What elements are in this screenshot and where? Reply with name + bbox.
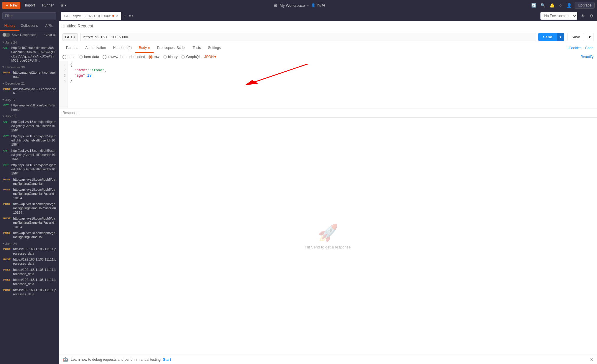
code-link[interactable]: Code — [585, 46, 593, 50]
body-type-urlencoded[interactable]: x-www-form-urlencoded — [103, 55, 145, 59]
tab-pre-request[interactable]: Pre-request Script — [154, 43, 189, 53]
request-nav-tabs: Params Authorization Headers (9) Body ● … — [59, 43, 597, 53]
list-item[interactable]: POST http://api.vvz18.com/jbph5/game/lig… — [0, 177, 59, 187]
heart-icon-btn[interactable]: ♡ — [557, 2, 564, 9]
tab-body[interactable]: Body ● — [135, 43, 154, 53]
method-badge: POST — [2, 258, 11, 261]
json-dropdown-button[interactable]: JSON ▾ — [204, 55, 216, 59]
save-dropdown-button[interactable]: ▾ — [586, 33, 593, 41]
beautify-button[interactable]: Beautify — [581, 55, 593, 59]
code-content[interactable]: { "name":"stone", "age":29 } — [68, 61, 597, 108]
tab-apis[interactable]: APIs — [39, 21, 59, 31]
item-url: https://www.jav321.com/search — [13, 87, 56, 95]
tab-method: GET — [64, 14, 71, 18]
list-item[interactable]: POST https://192.168.1.105:11111/process… — [0, 277, 59, 287]
item-url: https://api.vvz18.com/vvzhS/#/home — [11, 103, 56, 112]
list-item[interactable]: GET http://api.vvz18.com/jbph5/game/ligh… — [0, 133, 59, 148]
new-button[interactable]: ＋ New — [2, 2, 20, 9]
method-badge: POST — [2, 178, 11, 181]
upgrade-button[interactable]: Upgrade — [575, 2, 595, 9]
item-url: http://api.vvz18.com/jbph5/game/lighting… — [13, 231, 56, 239]
more-tabs-button[interactable]: ••• — [129, 14, 133, 18]
sidebar-search-area — [0, 11, 59, 21]
list-item[interactable]: POST https://192.168.1.105:11111/process… — [0, 256, 59, 267]
method-badge: POST — [2, 231, 11, 235]
send-dropdown-button[interactable]: ▾ — [557, 33, 564, 41]
item-url: https://192.168.1.105:11111/processes_da… — [13, 268, 56, 276]
list-item[interactable]: POST http://api.vvz18.com/jbph5/game/lig… — [0, 201, 59, 215]
clear-all-button[interactable]: Clear all — [45, 33, 56, 37]
workspace-label: My Workspace — [279, 3, 305, 8]
line-num-1: 1 — [59, 62, 68, 67]
list-item[interactable]: GET http://a407.static-file.com:8080/cac… — [0, 45, 59, 63]
settings-icon-btn[interactable]: ⚙ — [588, 12, 595, 19]
body-type-form-data[interactable]: form-data — [79, 55, 99, 59]
cookies-link[interactable]: Cookies — [569, 46, 581, 50]
tab-params[interactable]: Params — [63, 43, 82, 53]
code-line-1: { — [70, 62, 595, 67]
save-responses-toggle[interactable] — [2, 33, 10, 37]
add-tab-button[interactable]: + — [122, 13, 127, 19]
search-input[interactable] — [2, 12, 56, 19]
sidebar-group-label: ▾ July 17 — [0, 96, 59, 102]
list-item[interactable]: GET http://api.vvz18.com/jbph5/game/ligh… — [0, 148, 59, 162]
method-badge: GET — [2, 134, 10, 138]
sync-icon-btn[interactable]: 🔄 — [530, 2, 537, 9]
list-item[interactable]: POST http://magnet2torrent.com/upload/ — [0, 70, 59, 80]
method-select[interactable]: GET ▾ — [63, 33, 78, 41]
line-num-3: 3 — [59, 73, 68, 78]
tab-headers[interactable]: Headers (9) — [109, 43, 135, 53]
tab-settings[interactable]: Settings — [204, 43, 224, 53]
list-item[interactable]: POST http://api.vvz18.com/jbph5/game/lig… — [0, 187, 59, 201]
list-item[interactable]: GET http://api.vvz18.com/jbph5/game/ligh… — [0, 162, 59, 177]
body-type-raw[interactable]: raw — [149, 55, 159, 59]
rocket-illustration: 🚀 — [318, 223, 338, 243]
item-url: https://192.168.1.105:11111/processes_da… — [13, 278, 56, 286]
environment-select[interactable]: No Environment — [540, 12, 577, 20]
body-type-binary[interactable]: binary — [163, 55, 178, 59]
body-type-graphql[interactable]: GraphQL — [181, 55, 200, 59]
save-button[interactable]: Save — [568, 33, 584, 41]
method-chevron: ▾ — [74, 35, 75, 39]
notification-bar: 🤖 Learn how to debug requests and perfor… — [59, 355, 597, 364]
list-item[interactable]: GET https://api.vvz18.com/vvzhS/#/home — [0, 102, 59, 113]
request-tab-active[interactable]: GET http://192.168.1.100:5000/ ✕ — [61, 12, 121, 20]
request-header: Untitled Request — [59, 21, 597, 31]
tab-history[interactable]: History — [0, 21, 19, 31]
item-url: http://api.vvz18.com/jbph5/game/lighting… — [11, 134, 56, 147]
tab-collections[interactable]: Collections — [19, 21, 39, 31]
notification-close-button[interactable]: ✕ — [590, 357, 593, 362]
method-badge: POST — [2, 278, 11, 281]
eye-icon-btn[interactable]: 👁 — [580, 12, 586, 19]
tab-dot — [112, 15, 114, 17]
avatar-btn[interactable]: 👤 — [565, 2, 573, 9]
response-body: 🚀 Hit Send to get a response — [59, 118, 597, 355]
url-input[interactable] — [80, 33, 536, 41]
list-item[interactable]: POST https://192.168.1.105:11111/process… — [0, 246, 59, 256]
start-button[interactable]: Start — [163, 358, 171, 362]
item-url: http://a407.static-file.com:8080/cache/2… — [11, 46, 56, 62]
tab-close-icon[interactable]: ✕ — [116, 14, 118, 17]
bell-icon-btn[interactable]: 🔔 — [548, 2, 556, 9]
method-badge: GET — [2, 149, 10, 152]
invite-button[interactable]: 👤 Invite — [311, 3, 325, 7]
tab-tests[interactable]: Tests — [189, 43, 204, 53]
method-badge: POST — [2, 188, 11, 191]
list-item[interactable]: POST https://www.jav321.com/search — [0, 86, 59, 96]
send-button[interactable]: Send — [538, 33, 557, 41]
list-item[interactable]: POST https://192.168.1.105:11111/process… — [0, 287, 59, 297]
layout-button[interactable]: ⊞ ▾ — [58, 2, 69, 9]
list-item[interactable]: POST http://api.vvz18.com/jbph5/game/lig… — [0, 215, 59, 230]
list-item[interactable]: POST https://192.168.1.105:11111/process… — [0, 267, 59, 277]
runner-button[interactable]: Runner — [40, 2, 56, 9]
search-icon-btn[interactable]: 🔍 — [539, 2, 547, 9]
code-line-4: } — [70, 78, 595, 83]
import-button[interactable]: Import — [23, 2, 37, 9]
sidebar-group-label: ▾ December 30 — [0, 63, 59, 70]
tab-authorization[interactable]: Authorization — [82, 43, 109, 53]
list-item[interactable]: POST http://api.vvz18.com/jbph5/game/lig… — [0, 230, 59, 240]
list-item[interactable]: GET http://api.vvz18.com/jbph5/game/ligh… — [0, 119, 59, 133]
notif-icon: 🤖 — [63, 357, 68, 362]
user-icon: 👤 — [311, 3, 315, 7]
body-type-none[interactable]: none — [63, 55, 75, 59]
